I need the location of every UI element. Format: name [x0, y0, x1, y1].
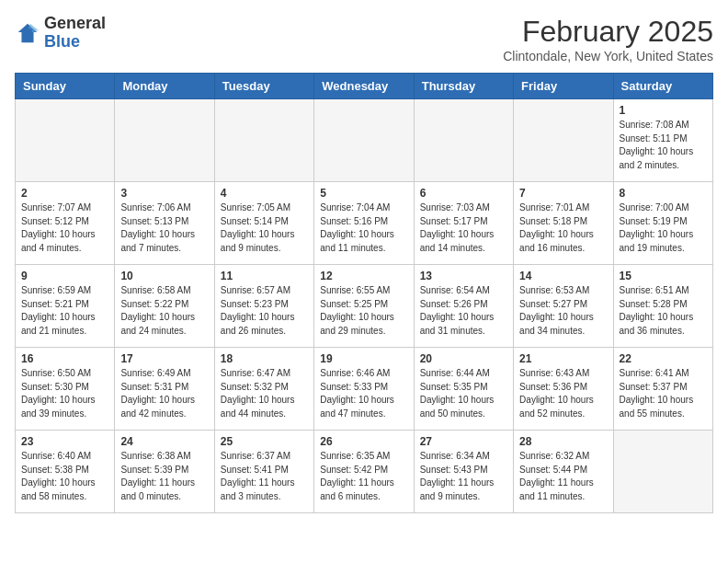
calendar-cell: 22Sunrise: 6:41 AM Sunset: 5:37 PM Dayli… — [613, 348, 712, 431]
day-info: Sunrise: 7:08 AM Sunset: 5:11 PM Dayligh… — [620, 119, 707, 172]
page-header: General Blue February 2025 Clintondale, … — [15, 15, 713, 63]
calendar-cell — [115, 99, 214, 182]
day-info: Sunrise: 6:58 AM Sunset: 5:22 PM Dayligh… — [120, 284, 208, 338]
day-info: Sunrise: 6:43 AM Sunset: 5:36 PM Dayligh… — [519, 367, 607, 420]
week-row-5: 23Sunrise: 6:40 AM Sunset: 5:38 PM Dayli… — [16, 431, 713, 513]
day-number: 5 — [320, 187, 407, 200]
day-info: Sunrise: 7:05 AM Sunset: 5:14 PM Dayligh… — [221, 201, 308, 255]
day-number: 17 — [120, 352, 208, 365]
day-info: Sunrise: 6:51 AM Sunset: 5:28 PM Dayligh… — [620, 284, 707, 338]
day-info: Sunrise: 6:40 AM Sunset: 5:38 PM Dayligh… — [21, 450, 108, 503]
calendar-cell: 14Sunrise: 6:53 AM Sunset: 5:27 PM Dayli… — [514, 265, 613, 348]
day-info: Sunrise: 6:50 AM Sunset: 5:30 PM Dayligh… — [21, 367, 108, 420]
calendar-cell: 8Sunrise: 7:00 AM Sunset: 5:19 PM Daylig… — [613, 182, 712, 265]
calendar-cell — [16, 99, 115, 182]
weekday-header-sunday: Sunday — [16, 74, 115, 99]
calendar-cell — [514, 99, 613, 182]
location-subtitle: Clintondale, New York, United States — [503, 49, 713, 63]
day-info: Sunrise: 6:55 AM Sunset: 5:25 PM Dayligh… — [320, 284, 407, 338]
day-number: 22 — [620, 352, 707, 365]
day-info: Sunrise: 6:57 AM Sunset: 5:23 PM Dayligh… — [221, 284, 308, 338]
day-info: Sunrise: 6:34 AM Sunset: 5:43 PM Dayligh… — [420, 450, 507, 503]
calendar-cell: 10Sunrise: 6:58 AM Sunset: 5:22 PM Dayli… — [115, 265, 214, 348]
day-number: 19 — [320, 352, 407, 365]
calendar-table: SundayMondayTuesdayWednesdayThursdayFrid… — [15, 73, 713, 513]
calendar-cell: 24Sunrise: 6:38 AM Sunset: 5:39 PM Dayli… — [115, 431, 214, 513]
day-number: 11 — [221, 270, 308, 282]
calendar-cell: 11Sunrise: 6:57 AM Sunset: 5:23 PM Dayli… — [214, 265, 313, 348]
calendar-cell: 9Sunrise: 6:59 AM Sunset: 5:21 PM Daylig… — [16, 265, 115, 348]
day-number: 14 — [519, 270, 607, 282]
calendar-cell: 18Sunrise: 6:47 AM Sunset: 5:32 PM Dayli… — [214, 348, 313, 431]
day-info: Sunrise: 6:49 AM Sunset: 5:31 PM Dayligh… — [120, 367, 208, 420]
day-info: Sunrise: 7:00 AM Sunset: 5:19 PM Dayligh… — [620, 201, 707, 255]
svg-marker-0 — [18, 24, 38, 43]
calendar-cell: 19Sunrise: 6:46 AM Sunset: 5:33 PM Dayli… — [314, 348, 414, 431]
weekday-header-wednesday: Wednesday — [314, 74, 414, 99]
calendar-cell: 16Sunrise: 6:50 AM Sunset: 5:30 PM Dayli… — [16, 348, 115, 431]
calendar-cell — [314, 99, 414, 182]
day-number: 7 — [519, 187, 607, 200]
logo-icon — [15, 20, 40, 46]
day-number: 6 — [420, 187, 507, 200]
calendar-cell — [613, 431, 712, 513]
day-number: 18 — [221, 352, 308, 365]
calendar-cell: 15Sunrise: 6:51 AM Sunset: 5:28 PM Dayli… — [613, 265, 712, 348]
calendar-cell: 20Sunrise: 6:44 AM Sunset: 5:35 PM Dayli… — [414, 348, 513, 431]
calendar-cell: 26Sunrise: 6:35 AM Sunset: 5:42 PM Dayli… — [314, 431, 414, 513]
weekday-header-friday: Friday — [514, 74, 613, 99]
calendar-cell — [414, 99, 513, 182]
day-info: Sunrise: 7:04 AM Sunset: 5:16 PM Dayligh… — [320, 201, 407, 255]
day-number: 28 — [519, 435, 607, 448]
calendar-cell: 28Sunrise: 6:32 AM Sunset: 5:44 PM Dayli… — [514, 431, 613, 513]
day-number: 1 — [620, 104, 707, 117]
calendar-cell: 4Sunrise: 7:05 AM Sunset: 5:14 PM Daylig… — [214, 182, 313, 265]
month-title: February 2025 — [503, 15, 713, 49]
calendar-cell: 7Sunrise: 7:01 AM Sunset: 5:18 PM Daylig… — [514, 182, 613, 265]
day-number: 4 — [221, 187, 308, 200]
day-number: 24 — [120, 435, 208, 448]
weekday-header-monday: Monday — [115, 74, 214, 99]
weekday-header-thursday: Thursday — [414, 74, 513, 99]
calendar-cell: 2Sunrise: 7:07 AM Sunset: 5:12 PM Daylig… — [16, 182, 115, 265]
day-number: 13 — [420, 270, 507, 282]
day-info: Sunrise: 7:07 AM Sunset: 5:12 PM Dayligh… — [21, 201, 108, 255]
calendar-cell: 25Sunrise: 6:37 AM Sunset: 5:41 PM Dayli… — [214, 431, 313, 513]
day-number: 3 — [120, 187, 208, 200]
day-number: 10 — [120, 270, 208, 282]
day-number: 27 — [420, 435, 507, 448]
calendar-cell — [214, 99, 313, 182]
week-row-3: 9Sunrise: 6:59 AM Sunset: 5:21 PM Daylig… — [16, 265, 713, 348]
calendar-cell: 17Sunrise: 6:49 AM Sunset: 5:31 PM Dayli… — [115, 348, 214, 431]
day-info: Sunrise: 7:06 AM Sunset: 5:13 PM Dayligh… — [120, 201, 208, 255]
day-info: Sunrise: 6:53 AM Sunset: 5:27 PM Dayligh… — [519, 284, 607, 338]
day-info: Sunrise: 6:59 AM Sunset: 5:21 PM Dayligh… — [21, 284, 108, 338]
day-info: Sunrise: 7:01 AM Sunset: 5:18 PM Dayligh… — [519, 201, 607, 255]
day-number: 2 — [21, 187, 108, 200]
weekday-header-saturday: Saturday — [613, 74, 712, 99]
day-number: 23 — [21, 435, 108, 448]
day-info: Sunrise: 6:47 AM Sunset: 5:32 PM Dayligh… — [221, 367, 308, 420]
title-block: February 2025 Clintondale, New York, Uni… — [503, 15, 713, 63]
calendar-cell: 5Sunrise: 7:04 AM Sunset: 5:16 PM Daylig… — [314, 182, 414, 265]
day-info: Sunrise: 6:46 AM Sunset: 5:33 PM Dayligh… — [320, 367, 407, 420]
calendar-cell: 27Sunrise: 6:34 AM Sunset: 5:43 PM Dayli… — [414, 431, 513, 513]
day-number: 21 — [519, 352, 607, 365]
weekday-header-row: SundayMondayTuesdayWednesdayThursdayFrid… — [16, 74, 713, 99]
weekday-header-tuesday: Tuesday — [214, 74, 313, 99]
day-number: 16 — [21, 352, 108, 365]
day-info: Sunrise: 6:38 AM Sunset: 5:39 PM Dayligh… — [120, 450, 208, 503]
day-info: Sunrise: 6:37 AM Sunset: 5:41 PM Dayligh… — [221, 450, 308, 503]
day-number: 12 — [320, 270, 407, 282]
day-number: 25 — [221, 435, 308, 448]
day-number: 20 — [420, 352, 507, 365]
calendar-cell: 21Sunrise: 6:43 AM Sunset: 5:36 PM Dayli… — [514, 348, 613, 431]
calendar-cell: 13Sunrise: 6:54 AM Sunset: 5:26 PM Dayli… — [414, 265, 513, 348]
day-number: 9 — [21, 270, 108, 282]
day-number: 15 — [620, 270, 707, 282]
day-info: Sunrise: 6:44 AM Sunset: 5:35 PM Dayligh… — [420, 367, 507, 420]
day-number: 8 — [620, 187, 707, 200]
calendar-cell: 23Sunrise: 6:40 AM Sunset: 5:38 PM Dayli… — [16, 431, 115, 513]
logo: General Blue — [15, 15, 106, 52]
day-info: Sunrise: 6:32 AM Sunset: 5:44 PM Dayligh… — [519, 450, 607, 503]
